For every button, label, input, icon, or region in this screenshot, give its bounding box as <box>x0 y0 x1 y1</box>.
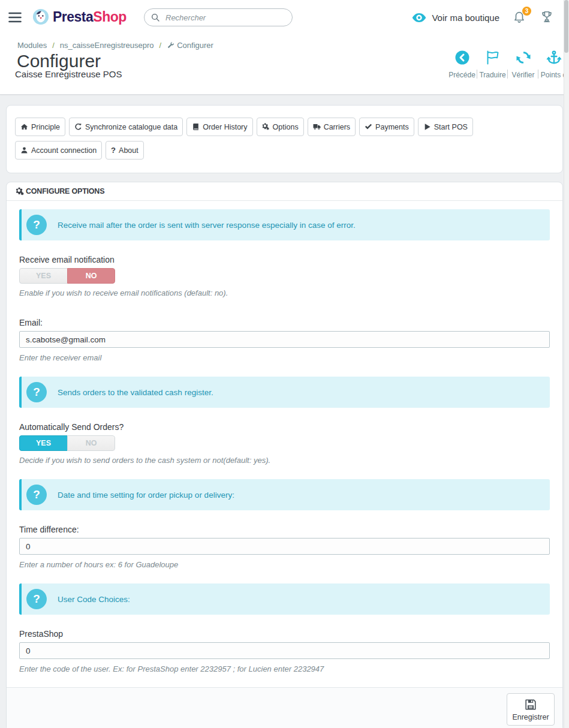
question-circle-icon: ? <box>26 382 47 402</box>
alert-text: Sends orders to the validated cash regis… <box>58 388 213 397</box>
time-difference-field[interactable] <box>19 538 550 555</box>
app-root: PrestaShop Voir ma boutique 3 Modules / … <box>0 0 569 728</box>
usercode-help: Enter the code of the user. Ex: for Pres… <box>19 664 550 673</box>
receive-email-help: Enable if you wish to receive email noti… <box>19 288 550 297</box>
top-bar: PrestaShop Voir ma boutique 3 <box>0 0 569 35</box>
receive-email-toggle: YES NO <box>19 268 115 284</box>
notification-count-badge: 3 <box>522 7 531 16</box>
toggle-yes-option[interactable]: YES <box>19 268 67 284</box>
view-shop-label: Voir ma boutique <box>432 13 499 23</box>
info-alert-datetime: ? Date and time setting for order pickup… <box>19 479 550 510</box>
topbar-actions: Voir ma boutique 3 <box>412 0 555 35</box>
question-circle-icon: ? <box>26 215 47 235</box>
check-updates-button[interactable]: Vérifier <box>508 50 538 80</box>
tab-order-history[interactable]: Order History <box>186 118 252 136</box>
email-field[interactable] <box>19 331 550 348</box>
repeat-icon <box>74 123 82 131</box>
autosend-label: Automatically Send Orders? <box>19 422 550 432</box>
back-button[interactable]: Précéde <box>447 50 477 80</box>
info-alert-usercode: ? User Code Choices: <box>19 583 550 615</box>
tab-principle[interactable]: Principle <box>15 118 65 136</box>
breadcrumb-modules[interactable]: Modules <box>17 41 47 50</box>
panel-body: ? Receive mail after the order is sent w… <box>7 201 562 687</box>
trophy-icon <box>540 10 553 23</box>
flag-icon <box>485 50 501 65</box>
question-icon: ? <box>111 146 116 155</box>
view-shop-link[interactable]: Voir ma boutique <box>412 13 499 23</box>
email-label: Email: <box>19 318 550 327</box>
prestashop-logo[interactable]: PrestaShop <box>32 8 127 25</box>
receive-email-label: Receive email notification <box>19 255 550 264</box>
back-circle-icon <box>454 50 470 65</box>
search-bar <box>144 8 293 26</box>
translate-button[interactable]: Traduire <box>477 50 508 80</box>
eye-icon <box>412 13 426 23</box>
configure-options-panel: CONFIGURE OPTIONS ? Receive mail after t… <box>6 182 563 728</box>
vertical-scrollbar <box>564 0 569 728</box>
scrollbar-thumb[interactable] <box>564 0 568 53</box>
time-difference-help: Enter a number of hours ex: 6 for Guadel… <box>19 560 550 569</box>
toggle-no-option[interactable]: NO <box>67 268 115 284</box>
truck-icon <box>313 123 321 131</box>
tab-payments[interactable]: Payments <box>359 118 414 136</box>
page-header: Modules / ns_caisseEnregistreusepro / Co… <box>0 35 569 95</box>
home-icon <box>20 123 28 131</box>
breadcrumb-module-name[interactable]: ns_caisseEnregistreusepro <box>60 41 154 50</box>
email-help: Enter the receiver email <box>19 353 550 362</box>
tab-account-connection[interactable]: Account connection <box>15 141 102 160</box>
question-circle-icon: ? <box>26 485 47 505</box>
menu-icon[interactable] <box>7 10 23 25</box>
wrench-icon <box>167 41 174 49</box>
tab-start-pos[interactable]: Start POS <box>418 118 473 136</box>
search-icon <box>150 13 160 22</box>
notifications-button[interactable]: 3 <box>513 10 527 25</box>
floppy-disk-icon <box>524 698 537 711</box>
brand-wordmark: PrestaShop <box>53 9 127 25</box>
module-tabs-card: Principle Synchronize catalogue data Ord… <box>6 105 563 173</box>
save-button-label: Enregistrer <box>512 713 549 721</box>
tab-about[interactable]: ? About <box>106 141 144 160</box>
toggle-yes-option[interactable]: YES <box>19 435 67 451</box>
gamification-button[interactable] <box>540 10 555 25</box>
user-icon <box>20 146 28 154</box>
save-button[interactable]: Enregistrer <box>507 693 555 726</box>
book-icon <box>192 123 200 131</box>
autosend-help: Decide if you wish to send orders to the… <box>19 456 550 465</box>
gears-icon <box>16 187 25 196</box>
alert-text: User Code Choices: <box>58 595 130 604</box>
breadcrumb-current: Configurer <box>167 41 213 50</box>
check-icon <box>365 123 372 131</box>
info-alert-orders: ? Sends orders to the validated cash reg… <box>19 377 550 408</box>
sync-icon <box>516 50 531 65</box>
breadcrumb-separator: / <box>159 41 162 50</box>
page-toolbar: Précéde Traduire Vérifier Points d <box>447 50 569 80</box>
panel-title: CONFIGURE OPTIONS <box>26 187 104 195</box>
alert-text: Receive mail after the order is sent wit… <box>58 221 356 230</box>
gears-icon <box>262 123 270 131</box>
usercode-label: PrestaShop <box>19 629 550 639</box>
tab-synchronize[interactable]: Synchronize catalogue data <box>69 118 183 136</box>
autosend-toggle: YES NO <box>19 435 115 451</box>
time-difference-label: Time difference: <box>19 525 550 534</box>
panel-header: CONFIGURE OPTIONS <box>7 182 562 201</box>
tab-carriers[interactable]: Carriers <box>308 118 356 136</box>
toggle-no-option[interactable]: NO <box>67 435 115 451</box>
usercode-field[interactable] <box>19 642 550 659</box>
question-circle-icon: ? <box>26 589 47 609</box>
info-alert-email: ? Receive mail after the order is sent w… <box>19 209 550 240</box>
tab-options[interactable]: Options <box>257 118 304 136</box>
page-content: Principle Synchronize catalogue data Ord… <box>0 95 569 728</box>
breadcrumb-separator: / <box>52 41 55 50</box>
panel-footer: Enregistrer <box>7 687 562 728</box>
anchor-icon <box>546 50 562 65</box>
alert-text: Date and time setting for order pickup o… <box>58 491 234 500</box>
breadcrumb: Modules / ns_caisseEnregistreusepro / Co… <box>0 35 569 50</box>
prestashop-mascot-icon <box>32 8 49 25</box>
play-icon <box>423 123 431 131</box>
search-input[interactable] <box>165 13 279 22</box>
